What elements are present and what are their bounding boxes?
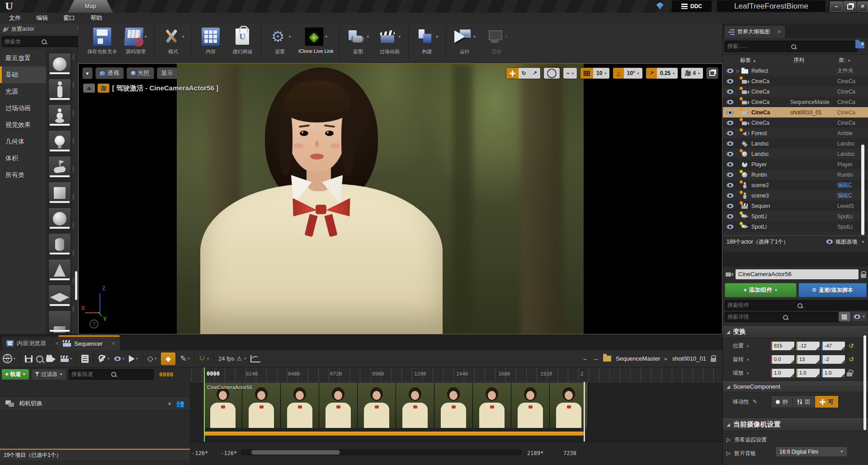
playback-range-bar[interactable] <box>204 432 584 436</box>
visibility-eye-icon[interactable] <box>726 121 734 125</box>
view-tracking-row[interactable]: ▷查看追踪设置 <box>723 434 868 446</box>
forward-button[interactable]: → <box>593 355 599 362</box>
actor-name-field[interactable]: CineCameraActor56 <box>736 269 859 279</box>
unlock-icon[interactable] <box>847 372 852 376</box>
visibility-eye-icon[interactable] <box>726 141 734 146</box>
table-row-scene2-11[interactable]: scene2编辑C <box>723 180 868 190</box>
mobility-option-可[interactable]: 可 <box>815 396 839 408</box>
placeable-actor-cylinder[interactable] <box>48 233 71 256</box>
create-camera-button[interactable]: ▾ <box>61 356 72 362</box>
transform-value-x[interactable]: 1.0 <box>771 369 794 377</box>
filter-button[interactable]: 过滤器▼ <box>32 369 66 380</box>
dropdown-arrow-icon[interactable]: ▼ <box>746 344 750 348</box>
close-icon[interactable]: ✕ <box>111 341 115 347</box>
toolbar-button-settings[interactable]: ▾设置 <box>267 26 293 55</box>
level-tab[interactable]: Map <box>68 0 113 13</box>
lit-mode-button[interactable]: 光照 <box>127 67 154 79</box>
placeable-actor-pawn[interactable] <box>48 104 71 127</box>
scale-tool-button[interactable]: ↗ <box>529 68 540 79</box>
dropdown-arrow-icon[interactable]: ▾ <box>398 34 401 39</box>
filmstrip-frame[interactable] <box>358 383 396 428</box>
close-button[interactable]: × <box>857 1 868 12</box>
add-track-button[interactable]: +轨道▼ <box>2 369 29 380</box>
sidebar-item-光源[interactable]: 光源 <box>0 83 46 100</box>
property-matrix-button[interactable] <box>839 312 850 321</box>
minimize-button[interactable]: – <box>830 1 843 12</box>
keyframe-options-button[interactable]: ◇▾ <box>147 354 156 363</box>
filmstrip-frame[interactable] <box>550 383 588 428</box>
scale-snap-toggle[interactable]: ↗ <box>646 68 657 79</box>
dropdown-arrow-icon[interactable]: ▾ <box>367 34 369 39</box>
rotate-tool-button[interactable]: ↻ <box>519 68 529 79</box>
filmstrip-frame[interactable] <box>434 383 473 428</box>
table-row-Player-9[interactable]: PlayerPlayer <box>723 159 868 169</box>
dropdown-arrow-icon[interactable]: ▼ <box>746 371 750 376</box>
toolbar-button-modes[interactable]: ▾模式 <box>160 26 186 55</box>
close-icon[interactable]: ✕ <box>777 29 781 35</box>
search-tracks-input[interactable]: 搜索轨道 <box>69 369 154 380</box>
visibility-eye-icon[interactable] <box>726 204 734 208</box>
pilot-camera-button[interactable]: 🎥 <box>98 84 109 93</box>
dropdown-arrow-icon[interactable]: ▾ <box>436 34 438 39</box>
visibility-eye-icon[interactable] <box>726 79 734 84</box>
table-row-Forest-6[interactable]: ForestAmbie <box>723 128 868 138</box>
transform-value-y[interactable]: 1.0 <box>796 369 820 377</box>
camera-speed-button[interactable]: 🎥4▾ <box>681 68 703 79</box>
drag-handle[interactable]: ( <box>72 305 75 312</box>
mobility-option-固[interactable]: 固 <box>793 396 815 408</box>
toolbar-button-build[interactable]: ▾构建 <box>414 26 440 55</box>
edit-options-button[interactable]: ✎▾ <box>180 354 189 363</box>
tab-world-outliner[interactable]: 世界大纲视图✕ <box>725 26 785 38</box>
toolbar-button-cinematics[interactable]: ▾过场动画 <box>377 26 403 55</box>
working-range-end[interactable]: 7238 <box>563 450 576 456</box>
table-row-Reflect-0[interactable]: ▷Reflect文件夹 <box>723 66 868 76</box>
menu-item-帮助[interactable]: 帮助 <box>90 14 102 22</box>
sidebar-item-所有类[interactable]: 所有类 <box>0 167 46 183</box>
visibility-eye-icon[interactable] <box>726 89 734 94</box>
transform-value-z[interactable]: -47 <box>821 342 845 350</box>
outliner-column-headers[interactable]: 标签▲ 序列 类:▼ <box>723 54 868 66</box>
toolbar-button-iclone-live-link[interactable]: ▾iClone Live Link <box>298 26 334 54</box>
new-folder-button[interactable] <box>855 42 864 48</box>
time-ruler[interactable]: 024004800720096012001440168019202 <box>190 367 722 382</box>
toolbar-button-save[interactable]: 保存当前关卡 <box>87 26 117 55</box>
scrollbar-thumb[interactable] <box>251 450 340 455</box>
table-row-CineCa-2[interactable]: CineCaCineCa <box>723 86 868 97</box>
transform-value-x[interactable]: 0.0 <box>771 355 794 364</box>
toolbar-button-launch[interactable]: ▾启动 <box>483 26 509 55</box>
filmstrip-frame[interactable] <box>473 383 511 428</box>
blueprint-add-script-button[interactable]: ⚙ 蓝图/添加脚本 <box>798 283 867 297</box>
drag-handle[interactable]: ( <box>72 108 75 116</box>
perspective-button[interactable]: 透视 <box>95 67 124 79</box>
visibility-eye-icon[interactable] <box>726 131 734 136</box>
toolbar-button-marketplace[interactable]: 虚幻商城 <box>229 26 255 55</box>
placeable-actor-cone[interactable] <box>48 259 71 282</box>
toolbar-button-content[interactable]: 内容 <box>198 26 224 55</box>
placeable-actor-plane[interactable] <box>48 285 71 307</box>
restore-button[interactable] <box>844 1 856 12</box>
drag-handle[interactable]: ( <box>72 193 75 200</box>
grid-snap-value[interactable]: 10▾ <box>593 68 609 79</box>
fps-dropdown[interactable]: 24 fps⚠▾ <box>218 355 246 362</box>
range-end-marker[interactable] <box>584 382 585 442</box>
level-viewport[interactable]: ▾ 透视 光照 显示 ↻ ↗ ⌁▾ 10▾ △ 10°▾ ↗ 0.25 <box>78 63 722 334</box>
dropdown-arrow-icon[interactable]: ▾ <box>505 34 507 39</box>
table-row-scene3-12[interactable]: scene3编辑C <box>723 190 868 201</box>
camera-group-icon[interactable]: 👥 <box>176 399 184 408</box>
sidebar-item-过场动画[interactable]: 过场动画 <box>0 100 46 117</box>
playhead[interactable] <box>204 367 205 442</box>
actor-class-link[interactable]: 编辑C <box>837 192 863 199</box>
placeable-actor-gamepad[interactable] <box>48 156 71 178</box>
snap-options-button[interactable]: ∩▾ <box>199 353 208 364</box>
rotation-snap-value[interactable]: 10°▾ <box>624 68 642 79</box>
drag-handle[interactable]: ( <box>72 80 75 88</box>
add-camera-button[interactable]: + <box>168 399 172 408</box>
visibility-eye-icon[interactable] <box>726 152 734 156</box>
world-space-button[interactable] <box>544 68 560 79</box>
filmstrip-frame[interactable] <box>396 383 434 428</box>
view-range-start[interactable]: -126* <box>192 450 208 456</box>
visibility-eye-icon[interactable] <box>726 100 734 104</box>
sequencer-blueprint-button[interactable] <box>81 355 89 363</box>
place-actors-scrollbar[interactable] <box>75 271 77 300</box>
eject-pilot-button[interactable]: ⏏ <box>83 84 95 93</box>
